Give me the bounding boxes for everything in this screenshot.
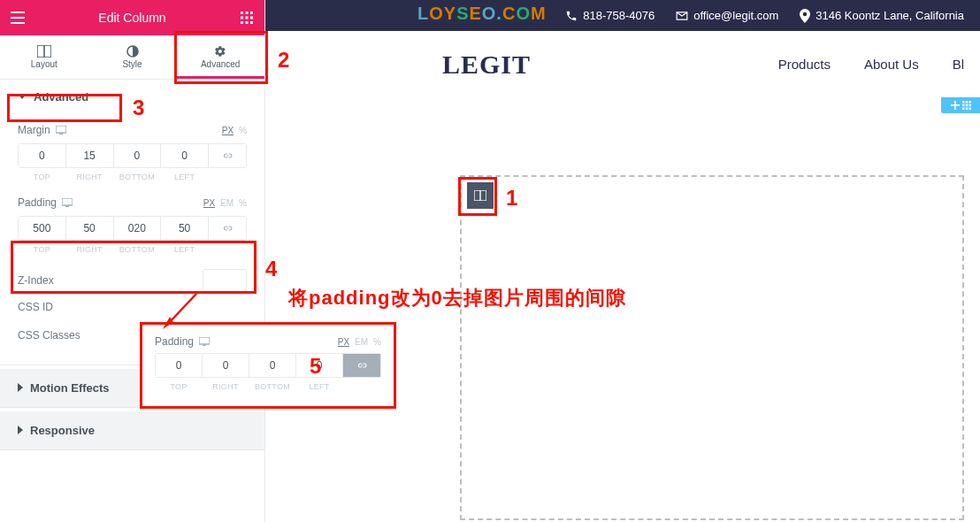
svg-rect-8: [250, 17, 253, 19]
widgets-icon[interactable]: [229, 0, 264, 35]
desktop-icon[interactable]: [62, 198, 73, 207]
panel-title: Edit Column: [35, 11, 229, 25]
topbar-address[interactable]: 3146 Koontz Lane, California: [800, 9, 964, 23]
site-navbar: LEGIT Products About Us Bl: [265, 31, 980, 97]
sublabel: TOP: [34, 245, 50, 254]
column-icon: [474, 190, 486, 201]
padding-right[interactable]: [66, 217, 113, 240]
control-zindex: Z-Index: [18, 269, 247, 292]
column-handle[interactable]: [467, 182, 494, 209]
svg-rect-16: [59, 134, 63, 135]
nav-about[interactable]: About Us: [864, 57, 919, 72]
svg-rect-0: [11, 12, 25, 13]
watermark: LOYSEO.COM: [417, 4, 547, 24]
control-label: CSS Classes: [18, 329, 80, 342]
svg-rect-9: [241, 21, 243, 24]
unit-pct[interactable]: %: [239, 126, 247, 135]
link-values-icon[interactable]: [209, 217, 246, 240]
control-margin: Margin PX % TOP RIGHT BOTTOM LEFT: [18, 124, 247, 184]
svg-rect-15: [56, 126, 66, 133]
caret-right-icon: [18, 424, 23, 437]
brand-logo[interactable]: LEGIT: [442, 50, 531, 80]
svg-rect-26: [969, 104, 971, 107]
phone-icon: [565, 10, 578, 22]
padding-top[interactable]: [19, 217, 65, 240]
caret-right-icon: [18, 381, 23, 395]
padding-bottom[interactable]: [114, 217, 161, 240]
svg-rect-17: [62, 198, 73, 205]
svg-rect-21: [962, 101, 965, 104]
unit-em[interactable]: EM: [220, 198, 234, 208]
svg-rect-29: [969, 108, 971, 111]
margin-inputs: TOP RIGHT BOTTOM LEFT: [18, 143, 247, 168]
control-padding: Padding PX EM % TOP RIGHT BOTTOM LEFT: [18, 196, 247, 257]
svg-rect-10: [246, 21, 249, 24]
add-section-handle[interactable]: [941, 97, 980, 113]
nav-links: Products About Us Bl: [778, 57, 980, 72]
topbar-email[interactable]: office@legit.com: [676, 9, 778, 22]
canvas: [265, 113, 980, 522]
annot-box-5: Padding PX EM % TOP RIGHT BOTTOM LEFT: [140, 322, 396, 409]
panel-header: Edit Column: [0, 0, 264, 35]
section-toggle-advanced[interactable]: Advanced: [0, 80, 264, 113]
svg-rect-32: [199, 337, 210, 344]
topbar-email-text: office@legit.com: [693, 9, 778, 22]
margin-left[interactable]: [161, 144, 208, 167]
desktop-icon: [199, 337, 210, 346]
tab-label: Layout: [31, 59, 57, 69]
control-label: Z-Index: [18, 274, 54, 287]
section-label: Responsive: [30, 424, 95, 437]
control-label: Padding: [155, 335, 194, 348]
svg-rect-7: [246, 17, 249, 19]
tab-advanced[interactable]: Advanced: [176, 35, 264, 79]
link-values-icon[interactable]: [209, 144, 246, 167]
topbar-phone-text: 818-758-4076: [583, 9, 655, 22]
envelope-icon: [676, 11, 688, 21]
svg-rect-25: [965, 104, 968, 107]
padding-left[interactable]: [161, 217, 208, 240]
tab-layout[interactable]: Layout: [0, 35, 88, 79]
control-cssid: CSS ID: [18, 301, 247, 313]
section-toggle-responsive[interactable]: Responsive: [0, 411, 264, 450]
unit-px[interactable]: PX: [222, 126, 234, 135]
svg-rect-5: [250, 12, 253, 14]
plus-icon: [951, 101, 960, 110]
svg-rect-28: [965, 108, 968, 111]
tab-style[interactable]: Style: [88, 35, 177, 79]
unit-pct[interactable]: %: [239, 198, 247, 208]
svg-rect-22: [965, 101, 968, 104]
control-label: CSS ID: [18, 301, 53, 313]
sublabel: RIGHT: [76, 245, 103, 254]
svg-rect-23: [969, 101, 971, 104]
sublabel: BOTTOM: [119, 245, 155, 254]
fp-left: [296, 354, 342, 377]
editor-panel: Edit Column Layout Style Advanced Advanc…: [0, 0, 265, 522]
margin-right[interactable]: [66, 144, 113, 167]
margin-bottom[interactable]: [114, 144, 161, 167]
section-outline[interactable]: [460, 175, 964, 520]
zindex-input[interactable]: [203, 269, 247, 292]
sublabel: BOTTOM: [119, 173, 155, 181]
link-values-icon: [343, 354, 380, 377]
margin-top[interactable]: [19, 144, 65, 167]
nav-products[interactable]: Products: [778, 57, 831, 72]
topbar-phone[interactable]: 818-758-4076: [565, 9, 655, 22]
desktop-icon[interactable]: [56, 126, 66, 134]
svg-rect-6: [241, 17, 243, 19]
svg-rect-20: [951, 104, 960, 106]
svg-rect-27: [962, 108, 965, 111]
unit-px[interactable]: PX: [203, 198, 215, 208]
sublabel: TOP: [34, 173, 50, 181]
padding-inputs: TOP RIGHT BOTTOM LEFT: [18, 216, 247, 241]
unit-pct: %: [373, 337, 381, 347]
section-label: Advanced: [34, 90, 88, 104]
sublabel: RIGHT: [76, 173, 103, 181]
caret-down-icon: [18, 94, 27, 99]
section-label: Motion Effects: [30, 381, 110, 395]
menu-icon[interactable]: [0, 0, 35, 35]
svg-rect-4: [246, 12, 249, 14]
fp-bottom: [249, 354, 295, 377]
svg-rect-3: [241, 12, 243, 14]
svg-rect-33: [203, 345, 206, 347]
nav-blog[interactable]: Bl: [953, 57, 964, 72]
